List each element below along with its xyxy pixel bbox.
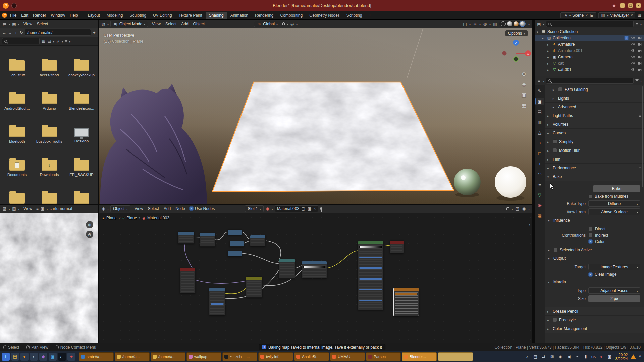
menu-file[interactable]: File: [8, 12, 19, 18]
outliner-row-camera[interactable]: ▣Camera: [535, 54, 644, 60]
proportional-edit-icon[interactable]: ◎: [290, 22, 294, 26]
gizmo-negative-x[interactable]: [502, 51, 507, 56]
new-folder-icon[interactable]: +: [92, 30, 97, 35]
checkbox-freestyle[interactable]: [553, 318, 557, 322]
gizmo-x-axis[interactable]: X: [527, 52, 529, 55]
filter-funnel-icon[interactable]: [635, 23, 639, 25]
shader-node[interactable]: [209, 288, 225, 315]
refresh-icon[interactable]: ↻: [19, 30, 24, 35]
render-camera-icon[interactable]: [638, 55, 642, 58]
gizmo-toggle-icon[interactable]: ⊚: [473, 22, 477, 26]
editor-type-icon[interactable]: ▨: [2, 206, 7, 211]
bake-button[interactable]: Bake: [593, 185, 640, 192]
file-search-input[interactable]: [2, 38, 40, 44]
properties-tab-material[interactable]: ◉: [535, 201, 544, 209]
target-dropdown[interactable]: Image Textures: [588, 264, 640, 270]
transform-orientation-dropdown[interactable]: ⊕Global: [254, 21, 280, 27]
up-icon[interactable]: ↑: [13, 30, 18, 35]
snap-magnet-icon[interactable]: [282, 22, 285, 25]
shader-node[interactable]: [180, 268, 196, 293]
shader-node[interactable]: [178, 231, 194, 244]
panel-advanced[interactable]: Advanced: [545, 103, 644, 111]
visibility-eye-icon[interactable]: [631, 55, 635, 58]
properties-tab-tool[interactable]: ✎: [535, 87, 544, 95]
material-browse-icon[interactable]: ◉: [265, 206, 270, 211]
camera-view-icon[interactable]: ▣: [522, 92, 526, 98]
close-button[interactable]: ×: [636, 3, 641, 8]
render-camera-icon[interactable]: [638, 49, 642, 52]
outliner-row-scene-collection[interactable]: ▦ Scene Collection: [535, 28, 644, 35]
mode-dropdown[interactable]: ▣Object Mode: [110, 21, 148, 27]
workspace-tab-animation[interactable]: Animation: [227, 12, 252, 19]
properties-tab-constraints[interactable]: ≡: [535, 181, 544, 188]
chrome-sphere[interactable]: [454, 169, 481, 195]
editor-type-icon[interactable]: ▧: [101, 22, 106, 26]
panel-color-management[interactable]: Color Management: [545, 324, 644, 333]
file-item-folder[interactable]: [1, 190, 33, 204]
collection-checkbox[interactable]: [624, 36, 629, 40]
ortho-grid-icon[interactable]: ▦: [522, 102, 526, 108]
editor-type-icon[interactable]: ▤: [537, 22, 541, 26]
gizmo-z-axis[interactable]: Z: [515, 41, 517, 45]
tray-microphone-icon[interactable]: ●: [599, 354, 604, 359]
visibility-eye-icon[interactable]: [631, 49, 635, 52]
updates-shield-icon[interactable]: [631, 354, 636, 359]
menu-window[interactable]: Window: [48, 12, 67, 18]
menu-render[interactable]: Render: [31, 12, 48, 18]
options-dropdown[interactable]: Options: [505, 30, 528, 36]
breadcrumb-item[interactable]: Plane: [126, 216, 137, 220]
outliner-row-armature-001[interactable]: ⋔Armature.001: [535, 47, 644, 54]
visibility-eye-icon[interactable]: [631, 62, 635, 65]
launcher-files-icon[interactable]: ▤: [11, 353, 19, 361]
viewlayer-remove-icon[interactable]: [631, 13, 633, 18]
white-sphere[interactable]: [495, 166, 526, 198]
workspace-tab-scripting[interactable]: Scripting: [343, 12, 366, 19]
filter-funnel-icon[interactable]: [635, 79, 639, 82]
shader-menu-view[interactable]: View: [132, 206, 146, 212]
tray-notifications-icon[interactable]: ▣: [607, 354, 612, 359]
launcher-app-menu-icon[interactable]: f: [2, 353, 10, 361]
shader-node[interactable]: [200, 233, 215, 247]
menu-burger-icon[interactable]: [36, 206, 39, 211]
launcher-terminal-icon[interactable]: ›_: [58, 353, 66, 361]
shader-node[interactable]: [358, 241, 384, 310]
tray-messages-icon[interactable]: ✉: [549, 354, 555, 359]
material-shading-icon[interactable]: [514, 21, 519, 26]
viewport-canvas[interactable]: Z X: [99, 28, 532, 204]
rendered-shading-icon[interactable]: [520, 21, 525, 26]
filebrowser-menu-select[interactable]: Select: [35, 21, 50, 27]
shader-node[interactable]: [227, 229, 242, 235]
shader-node[interactable]: [279, 259, 295, 279]
display-mode-icon[interactable]: ▦: [12, 22, 16, 26]
taskbar-window-home-a[interactable]: /home/a...: [115, 352, 150, 361]
outliner-row-cat-001[interactable]: ▽cat.001: [535, 66, 644, 73]
launcher-firefox-icon[interactable]: ●: [20, 353, 29, 361]
taskbar-window-smb-a[interactable]: smb://a...: [79, 352, 114, 361]
file-item-bluetooth[interactable]: bluetooth: [1, 124, 33, 157]
taskbar-window-wallpap[interactable]: wallpap...: [186, 352, 221, 361]
panel-performance[interactable]: Performance≡: [545, 164, 644, 172]
properties-tab-texture[interactable]: ▦: [535, 212, 544, 219]
panel-simplify[interactable]: Simplify: [545, 137, 644, 146]
file-item-blenderexpo[interactable]: BlenderExpo...: [65, 91, 98, 124]
solid-shading-icon[interactable]: [507, 21, 512, 26]
wireframe-shading-icon[interactable]: [501, 21, 506, 26]
outliner-row-armature[interactable]: ⋔Armature: [535, 41, 644, 47]
viewport-menu-view[interactable]: View: [150, 21, 163, 27]
shader-node[interactable]: [229, 241, 244, 247]
file-item-desktop[interactable]: Desktop: [65, 124, 98, 157]
texture-preview[interactable]: [0, 213, 98, 343]
viewport-menu-object[interactable]: Object: [191, 21, 207, 27]
scene-browse-icon[interactable]: ◳: [563, 13, 568, 18]
scene-new-icon[interactable]: ▣: [589, 13, 594, 18]
shader-menu-add[interactable]: Add: [161, 206, 173, 212]
shader-type-dropdown[interactable]: Object: [110, 205, 130, 212]
file-item-documents[interactable]: Documents: [1, 157, 33, 190]
viewport-menu-select[interactable]: Select: [163, 21, 179, 27]
clear-image-checkbox[interactable]: [588, 272, 593, 277]
panel-bake[interactable]: Bake: [545, 172, 644, 181]
output-subpanel[interactable]: Output: [548, 255, 640, 262]
minimize-button[interactable]: –: [620, 3, 625, 8]
image-menu-view[interactable]: View: [21, 206, 35, 212]
panel-motion-blur[interactable]: Motion Blur: [545, 146, 644, 155]
